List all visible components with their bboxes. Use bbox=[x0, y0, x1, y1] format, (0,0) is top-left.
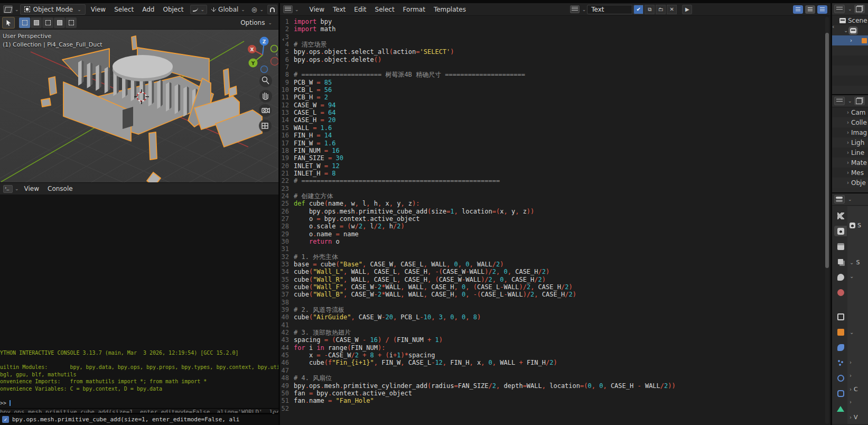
editor-scrollbar[interactable] bbox=[825, 17, 829, 424]
editor-type-3dview-icon[interactable] bbox=[3, 5, 13, 13]
scrollbar-thumb[interactable] bbox=[825, 33, 829, 268]
viewport-canvas[interactable]: Z X Y User Perspective (1) Collectio bbox=[0, 30, 278, 182]
select-mode-invert[interactable] bbox=[54, 17, 65, 28]
chevron-down-icon[interactable]: ⌄ bbox=[848, 6, 852, 12]
filter-icon[interactable] bbox=[854, 5, 865, 13]
properties-row[interactable]: ⌄ bbox=[850, 329, 856, 335]
blend-file-icon[interactable] bbox=[854, 97, 865, 105]
line-numbers-toggle[interactable] bbox=[793, 5, 803, 14]
unlink-close-icon[interactable]: ✕ bbox=[667, 5, 677, 14]
chevron-down-icon[interactable]: ⌄ bbox=[582, 7, 586, 12]
menu-edit[interactable]: Edit bbox=[350, 4, 370, 15]
menu-view[interactable]: View bbox=[20, 183, 43, 194]
datablock-row-imag[interactable]: ›Imag bbox=[832, 127, 868, 137]
properties-tab-physics[interactable] bbox=[834, 373, 847, 383]
properties-tab-view-layer[interactable] bbox=[834, 256, 847, 267]
post-back[interactable] bbox=[132, 36, 137, 50]
region-toggle-icon[interactable]: ‹ bbox=[276, 51, 278, 58]
options-button[interactable]: Options⌄ bbox=[236, 18, 276, 27]
text-datablock-icon[interactable] bbox=[570, 5, 580, 13]
chevron-right-icon[interactable]: › bbox=[850, 38, 852, 43]
chip-right[interactable] bbox=[229, 86, 237, 97]
properties-tab-particles[interactable] bbox=[834, 357, 847, 368]
outliner-display-mode-icon[interactable] bbox=[834, 5, 845, 13]
chevron-down-icon[interactable]: ⌄ bbox=[848, 197, 852, 202]
chevron-down-icon[interactable]: ⌄ bbox=[848, 98, 852, 104]
post-left[interactable] bbox=[49, 77, 57, 95]
heatsink-fin[interactable] bbox=[157, 80, 161, 109]
select-mode-new[interactable] bbox=[19, 17, 30, 28]
pi4-case-model[interactable] bbox=[41, 36, 262, 182]
datablock-row-ligh[interactable]: ›Ligh bbox=[832, 137, 868, 147]
datablock-row-obje[interactable]: ›Obje bbox=[832, 178, 868, 188]
heatsink-fin[interactable] bbox=[148, 78, 152, 106]
datablock-row-colle[interactable]: ›Colle bbox=[832, 117, 868, 127]
collection-row[interactable]: ⌄ bbox=[832, 25, 868, 35]
properties-tab-modifiers[interactable] bbox=[834, 342, 847, 353]
region-toggle-icon[interactable]: ‹ bbox=[832, 23, 834, 30]
menu-view[interactable]: View bbox=[87, 4, 110, 15]
new-text-icon[interactable]: ⧉ bbox=[645, 5, 655, 14]
properties-tab-world[interactable] bbox=[834, 287, 847, 298]
heatsink-fin[interactable] bbox=[105, 67, 108, 93]
editor-type-properties-icon[interactable] bbox=[834, 195, 845, 204]
info-log-row[interactable]: ✓ bpy.ops.mesh.primitive_cube_add(size=1… bbox=[0, 414, 278, 424]
chevron-down-icon[interactable]: ⌄ bbox=[295, 7, 299, 12]
menu-view[interactable]: View bbox=[305, 4, 329, 15]
datablock-row-mate[interactable]: ›Mate bbox=[832, 158, 868, 168]
properties-row[interactable]: ⌄ bbox=[850, 273, 856, 279]
heatsink-fin[interactable] bbox=[78, 60, 82, 86]
menu-select[interactable]: Select bbox=[110, 4, 138, 15]
chip-left[interactable] bbox=[41, 98, 51, 107]
menu-format[interactable]: Format bbox=[399, 4, 430, 15]
properties-row[interactable]: ⌄S bbox=[850, 259, 860, 266]
region-divider[interactable]: ⌄ bbox=[0, 413, 278, 414]
mode-dropdown[interactable]: Object Mode ⌄ bbox=[20, 4, 86, 15]
select-mode-intersect[interactable] bbox=[66, 17, 77, 28]
heatsink-fin[interactable] bbox=[166, 82, 170, 112]
pivot-dropdown[interactable]: ◎⌄ bbox=[249, 5, 266, 14]
navigation-gizmo[interactable]: Z X Y bbox=[248, 37, 278, 73]
code-area[interactable]: ‹ 1import bpy2import math34# 清空场景5bpy.op… bbox=[280, 16, 830, 425]
piece-front-diamond[interactable] bbox=[147, 172, 161, 182]
menu-object[interactable]: Object bbox=[158, 4, 188, 15]
selected-object-row[interactable]: › bbox=[832, 35, 868, 45]
gizmo-z-neg[interactable] bbox=[261, 66, 268, 73]
properties-tab-output[interactable] bbox=[834, 241, 847, 252]
falloff-dropdown[interactable]: ⌄ bbox=[190, 5, 208, 14]
post-front[interactable] bbox=[149, 132, 157, 160]
syntax-highlight-toggle[interactable] bbox=[817, 5, 827, 14]
text-name-field[interactable]: Text bbox=[587, 5, 632, 14]
properties-tab-constraints[interactable] bbox=[834, 388, 847, 399]
select-mode-subtract[interactable] bbox=[42, 17, 53, 28]
snap-magnet-toggle[interactable] bbox=[267, 5, 277, 14]
editor-type-text-icon[interactable] bbox=[283, 5, 293, 13]
editor-type-console-icon[interactable] bbox=[3, 185, 13, 193]
select-mode-extend[interactable] bbox=[31, 17, 42, 28]
heatsink-fin[interactable] bbox=[175, 84, 179, 114]
heatsink-fin[interactable] bbox=[87, 62, 91, 88]
run-script-button[interactable]: ▶ bbox=[682, 5, 692, 14]
console-prompt[interactable]: >>> bbox=[0, 400, 278, 407]
orientation-dropdown[interactable]: Global ⌄ bbox=[208, 5, 248, 14]
open-folder-icon[interactable]: 🗀 bbox=[656, 5, 666, 14]
heatsink-fin[interactable] bbox=[183, 86, 187, 117]
active-tool-select-box[interactable] bbox=[2, 17, 15, 29]
properties-tab-data[interactable] bbox=[834, 403, 847, 414]
properties-tab-collection[interactable] bbox=[834, 311, 847, 322]
outliner-display-mode-icon[interactable] bbox=[834, 97, 845, 105]
properties-tab-tool[interactable] bbox=[834, 210, 847, 221]
word-wrap-toggle[interactable] bbox=[805, 5, 815, 14]
scene-row[interactable]: Scene bbox=[832, 15, 868, 25]
chevron-down-icon[interactable]: ⌄ bbox=[15, 7, 19, 12]
check-icon[interactable]: ✓ bbox=[2, 416, 9, 423]
wall-back-left[interactable] bbox=[62, 49, 109, 78]
fan-cylinder-top[interactable] bbox=[113, 55, 173, 78]
properties-tab-render[interactable] bbox=[834, 226, 847, 236]
properties-tab-scene[interactable] bbox=[834, 272, 847, 282]
console-body[interactable]: PYTHON INTERACTIVE CONSOLE 3.13.7 (main,… bbox=[0, 195, 278, 408]
datablock-row-mes[interactable]: ›Mes bbox=[832, 168, 868, 178]
properties-tab-object[interactable] bbox=[834, 327, 847, 337]
datablock-row-line[interactable]: ›Line bbox=[832, 147, 868, 158]
menu-text[interactable]: Text bbox=[329, 4, 350, 15]
